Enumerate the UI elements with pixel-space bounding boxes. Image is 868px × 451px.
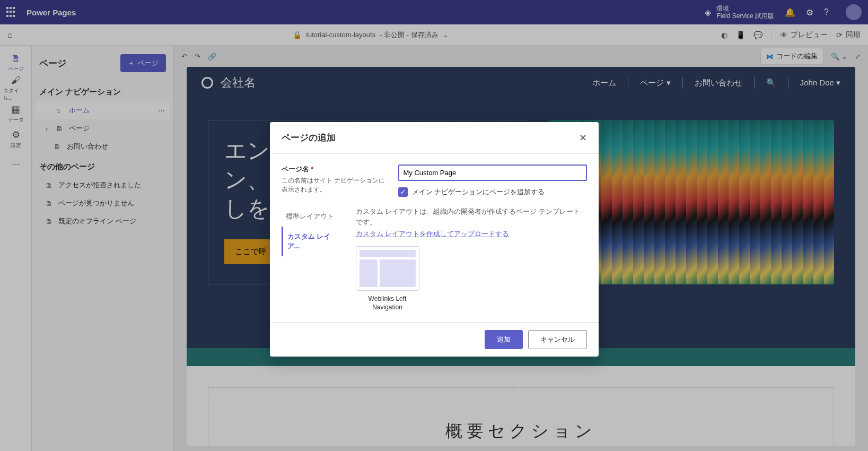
close-icon[interactable]: ✕ xyxy=(579,132,587,144)
add-page-modal: ページの追加 ✕ ページ名 * この名前はサイト ナビゲーションに表示されます。… xyxy=(270,122,599,357)
layout-template-weblinks[interactable]: Weblinks Left Navigation xyxy=(356,246,419,311)
page-name-input[interactable] xyxy=(398,164,587,181)
layout-template-label: Weblinks Left Navigation xyxy=(356,295,419,311)
custom-layout-tab[interactable]: カスタム レイア... xyxy=(282,227,345,256)
custom-layout-description: カスタム レイアウトは、組織内の開発者が作成するページ テンプレートです。 xyxy=(356,206,587,227)
modal-title: ページの追加 xyxy=(282,132,336,144)
modal-cancel-button[interactable]: キャンセル xyxy=(528,330,587,349)
add-to-nav-label: メイン ナビゲーションにページを追加する xyxy=(412,187,545,197)
page-name-label: ページ名 * xyxy=(282,165,314,173)
standard-layout-tab[interactable]: 標準レイアウト xyxy=(282,206,345,227)
page-name-help: この名前はサイト ナビゲーションに表示されます。 xyxy=(282,176,388,194)
add-to-nav-checkbox[interactable]: ✓ xyxy=(398,187,408,197)
modal-add-button[interactable]: 追加 xyxy=(485,330,523,349)
modal-overlay[interactable]: ページの追加 ✕ ページ名 * この名前はサイト ナビゲーションに表示されます。… xyxy=(0,0,868,451)
custom-layout-link[interactable]: カスタム レイアウトを作成してアップロードする xyxy=(356,230,510,238)
